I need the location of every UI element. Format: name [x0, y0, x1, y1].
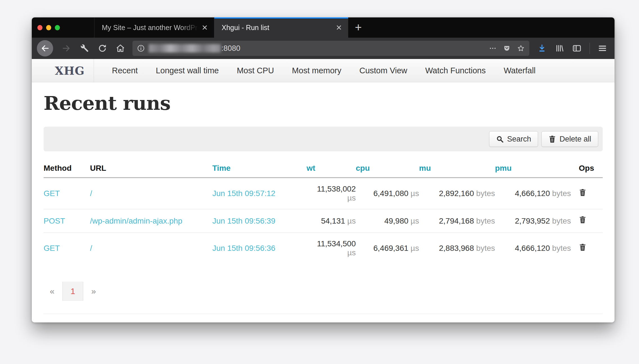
page-actions-icon[interactable]: [489, 44, 497, 52]
library-icon[interactable]: [555, 44, 564, 53]
tab-title: My Site – Just another WordPress si: [102, 24, 198, 32]
delete-run-button[interactable]: [579, 188, 587, 197]
pmu-unit: bytes: [552, 217, 571, 225]
toolbar-right-icons: [537, 43, 609, 54]
downloads-icon[interactable]: [537, 44, 547, 53]
tab-title: Xhgui - Run list: [222, 24, 332, 32]
forward-button[interactable]: [62, 44, 71, 53]
browser-window: My Site – Just another WordPress si Xhgu…: [32, 17, 615, 322]
mu-unit: bytes: [476, 189, 495, 198]
close-tab-icon[interactable]: [201, 23, 209, 32]
back-arrow-icon: [40, 44, 50, 53]
home-button[interactable]: [116, 44, 125, 53]
xhgui-navbar: XHG Recent Longest wall time Most CPU Mo…: [32, 59, 615, 82]
pagination-page-1[interactable]: 1: [62, 282, 84, 301]
wrench-icon: [80, 44, 89, 53]
table-row: POST /wp-admin/admin-ajax.php Jun 15th 0…: [44, 209, 603, 233]
wt-value: 11,538,002: [317, 185, 356, 193]
mu-unit: bytes: [476, 217, 495, 225]
site-info-icon[interactable]: [137, 44, 145, 52]
col-time-sort[interactable]: Time: [212, 164, 231, 172]
run-time-link[interactable]: Jun 15th 09:56:39: [212, 217, 275, 225]
bookmark-star-icon[interactable]: [517, 44, 525, 52]
mu-value: 2,892,160: [439, 189, 474, 198]
tab-xhgui-run-list[interactable]: Xhgui - Run list: [214, 17, 348, 38]
cpu-value: 49,980: [384, 217, 408, 225]
run-url-link[interactable]: /: [90, 189, 92, 198]
pocket-icon[interactable]: [503, 44, 511, 52]
developer-tools-button[interactable]: [80, 44, 89, 53]
col-mu-sort[interactable]: mu: [419, 164, 431, 172]
delete-run-button[interactable]: [579, 243, 587, 252]
close-tab-icon[interactable]: [335, 23, 343, 32]
mu-value: 2,794,168: [439, 217, 474, 225]
nav-item-most-cpu[interactable]: Most CPU: [237, 66, 274, 75]
zoom-window-button[interactable]: [55, 25, 60, 30]
nav-item-most-memory[interactable]: Most memory: [292, 66, 341, 75]
col-wt-sort[interactable]: wt: [307, 164, 315, 172]
menu-hamburger-icon[interactable]: [598, 44, 607, 53]
wt-unit: µs: [347, 217, 356, 225]
nav-item-custom-view[interactable]: Custom View: [359, 66, 407, 75]
tab-bar: My Site – Just another WordPress si Xhgu…: [32, 17, 615, 38]
pmu-unit: bytes: [552, 189, 571, 198]
search-button[interactable]: Search: [489, 131, 538, 147]
run-method-link[interactable]: POST: [44, 217, 65, 225]
run-url-link[interactable]: /: [90, 244, 92, 252]
pmu-value: 4,666,120: [515, 244, 550, 252]
xhgui-nav-links: Recent Longest wall time Most CPU Most m…: [112, 59, 536, 82]
back-button[interactable]: [37, 40, 53, 56]
run-method-link[interactable]: GET: [44, 189, 60, 198]
pagination-prev[interactable]: «: [44, 286, 61, 296]
reload-button[interactable]: [98, 44, 107, 53]
delete-run-button[interactable]: [579, 216, 587, 224]
url-host-redacted: [149, 44, 221, 53]
run-time-link[interactable]: Jun 15th 09:56:36: [212, 244, 275, 252]
minimize-window-button[interactable]: [46, 25, 51, 30]
run-url-link[interactable]: /wp-admin/admin-ajax.php: [90, 217, 182, 225]
pmu-unit: bytes: [552, 244, 571, 252]
trash-icon: [579, 188, 586, 197]
pmu-value: 4,666,120: [515, 189, 550, 198]
wt-value: 54,131: [321, 217, 345, 225]
col-url: URL: [90, 159, 212, 178]
tab-wordpress-site[interactable]: My Site – Just another WordPress si: [94, 17, 214, 38]
col-cpu-sort[interactable]: cpu: [356, 164, 370, 172]
mu-value: 2,883,968: [439, 244, 474, 252]
col-method: Method: [44, 159, 90, 178]
nav-item-recent[interactable]: Recent: [112, 66, 138, 75]
search-icon: [496, 135, 504, 143]
page-content: XHG Recent Longest wall time Most CPU Mo…: [32, 59, 615, 322]
xhgui-logo[interactable]: XHG: [32, 59, 94, 82]
table-header-row: Method URL Time wt cpu mu pmu Ops: [44, 159, 603, 178]
cpu-value: 6,491,080: [374, 189, 409, 198]
navigation-toolbar: :8080: [32, 38, 615, 59]
table-row: GET / Jun 15th 09:57:12 11,538,002 µs 6,…: [44, 178, 603, 209]
wt-value: 11,534,500: [317, 239, 356, 248]
mu-unit: bytes: [476, 244, 495, 252]
col-pmu-sort[interactable]: pmu: [495, 164, 512, 172]
new-tab-button[interactable]: +: [348, 17, 368, 38]
pagination-next[interactable]: »: [85, 286, 102, 296]
runs-table: Method URL Time wt cpu mu pmu Ops GET /: [44, 159, 603, 264]
address-bar[interactable]: :8080: [132, 41, 529, 56]
page-footer: © Paul Reinheimer & Mark Story 2012 1,00…: [44, 314, 603, 322]
run-method-link[interactable]: GET: [44, 244, 60, 252]
sidebar-toggle-icon[interactable]: [572, 44, 582, 53]
close-window-button[interactable]: [37, 25, 42, 30]
nav-item-waterfall[interactable]: Waterfall: [504, 66, 536, 75]
pagination: « 1 »: [44, 282, 603, 301]
run-time-link[interactable]: Jun 15th 09:57:12: [212, 189, 275, 198]
page-title: Recent runs: [44, 92, 603, 114]
home-icon: [116, 44, 125, 53]
main-content: Recent runs Search Delete all: [32, 92, 615, 322]
forward-arrow-icon: [62, 44, 71, 53]
delete-all-button[interactable]: Delete all: [541, 131, 598, 147]
nav-item-watch-functions[interactable]: Watch Functions: [425, 66, 486, 75]
cpu-unit: µs: [411, 217, 419, 225]
trash-icon: [579, 243, 586, 251]
nav-item-longest-wall-time[interactable]: Longest wall time: [156, 66, 219, 75]
reload-icon: [98, 44, 107, 53]
toolbar-divider: [590, 43, 590, 54]
window-controls: [32, 17, 60, 38]
